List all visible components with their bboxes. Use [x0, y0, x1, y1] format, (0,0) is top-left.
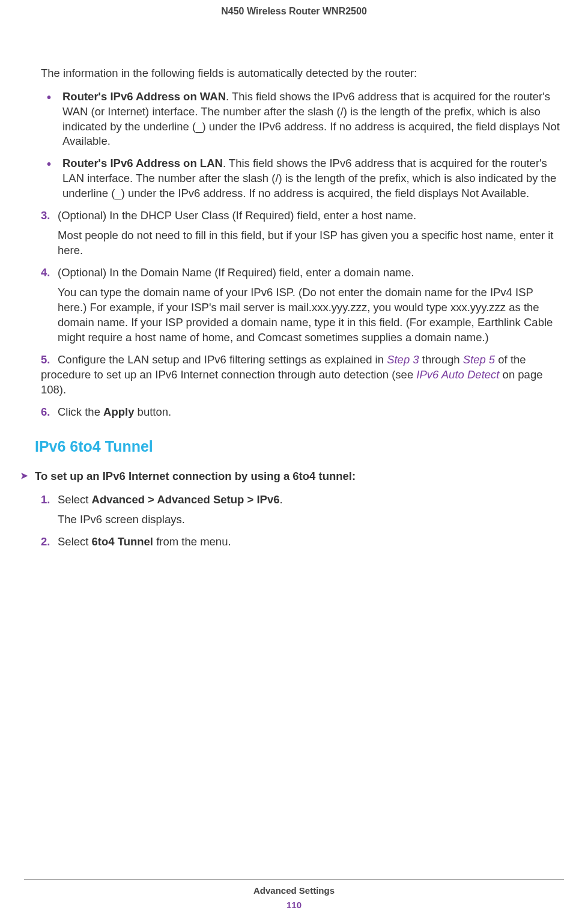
step-follow: The IPv6 screen displays.: [58, 512, 564, 527]
step-follow: You can type the domain name of your IPv…: [58, 285, 564, 345]
bullet-item-wan: Router's IPv6 Address on WAN. This field…: [41, 89, 564, 150]
step-number: 2.: [41, 535, 58, 550]
document-header: N450 Wireless Router WNR2500: [24, 5, 564, 18]
step-number: 5.: [41, 353, 58, 368]
step-number: 4.: [41, 265, 58, 281]
bullet-lead: Router's IPv6 Address on WAN: [62, 90, 226, 103]
step-text-segment: through: [419, 353, 463, 366]
step-4: 4.(Optional) In the Domain Name (If Requ…: [41, 265, 564, 345]
step-3: 3.(Optional) In the DHCP User Class (If …: [41, 208, 564, 258]
step-text-segment: Click the: [58, 405, 103, 418]
step-number: 1.: [41, 493, 58, 508]
intro-paragraph: The information in the following fields …: [41, 66, 564, 81]
link-ipv6-auto-detect[interactable]: IPv6 Auto Detect: [416, 368, 499, 381]
apply-label: Apply: [103, 405, 134, 418]
step-text-segment: from the menu.: [153, 535, 231, 548]
link-step5[interactable]: Step 5: [463, 353, 496, 366]
bullet-list: Router's IPv6 Address on WAN. This field…: [41, 89, 564, 202]
step-6: 6.Click the Apply button.: [41, 405, 564, 420]
footer-divider: [24, 879, 564, 880]
page: N450 Wireless Router WNR2500 The informa…: [0, 0, 588, 922]
step-text-segment: Configure the LAN setup and IPv6 filteri…: [58, 353, 387, 366]
nav-path: Advanced > Advanced Setup > IPv6: [92, 493, 280, 506]
step-text-segment: button.: [134, 405, 171, 418]
step-text: (Optional) In the DHCP User Class (If Re…: [58, 209, 416, 222]
step-text: (Optional) In the Domain Name (If Requir…: [58, 266, 414, 279]
content-body: The information in the following fields …: [24, 66, 564, 550]
step-5: 5.Configure the LAN setup and IPv6 filte…: [41, 353, 564, 398]
bullet-item-lan: Router's IPv6 Address on LAN. This field…: [41, 156, 564, 201]
section-heading-ipv6-6to4: IPv6 6to4 Tunnel: [35, 437, 564, 457]
step-follow: Most people do not need to fill in this …: [58, 228, 564, 258]
footer-page-number: 110: [0, 899, 588, 911]
bullet-lead: Router's IPv6 Address on LAN: [62, 157, 223, 169]
menu-option: 6to4 Tunnel: [92, 535, 153, 548]
task-heading: ➤ To set up an IPv6 Internet connection …: [35, 469, 564, 484]
step-b1: 1.Select Advanced > Advanced Setup > IPv…: [41, 493, 564, 527]
step-text-segment: Select: [58, 493, 92, 506]
footer-section-name: Advanced Settings: [0, 885, 588, 897]
task-heading-text: To set up an IPv6 Internet connection by…: [35, 470, 356, 482]
link-step3[interactable]: Step 3: [387, 353, 419, 366]
step-b2: 2.Select 6to4 Tunnel from the menu.: [41, 535, 564, 550]
step-number: 6.: [41, 405, 58, 420]
page-footer: Advanced Settings 110: [0, 879, 588, 912]
step-text-segment: Select: [58, 535, 92, 548]
step-text-segment: .: [279, 493, 282, 506]
chevron-right-icon: ➤: [20, 470, 28, 482]
step-number: 3.: [41, 208, 58, 223]
